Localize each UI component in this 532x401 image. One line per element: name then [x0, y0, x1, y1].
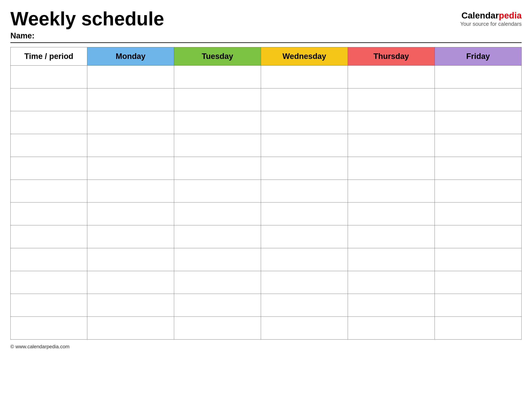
schedule-cell[interactable]: [261, 66, 348, 88]
col-header-wednesday: Wednesday: [261, 47, 348, 66]
page-title: Weekly schedule: [10, 8, 460, 29]
schedule-cell[interactable]: [87, 203, 174, 225]
table-row: [11, 248, 522, 271]
schedule-cell[interactable]: [261, 225, 348, 248]
schedule-cell[interactable]: [348, 225, 435, 248]
schedule-cell[interactable]: [348, 88, 435, 111]
schedule-cell[interactable]: [87, 180, 174, 203]
schedule-cell[interactable]: [261, 111, 348, 134]
schedule-cell[interactable]: [435, 180, 521, 203]
footer: © www.calendarpedia.com: [10, 344, 522, 350]
schedule-cell[interactable]: [348, 248, 435, 271]
table-row: [11, 88, 522, 111]
table-row: [11, 157, 522, 180]
schedule-cell[interactable]: [87, 225, 174, 248]
schedule-cell[interactable]: [261, 271, 348, 294]
schedule-cell[interactable]: [174, 225, 261, 248]
schedule-cell[interactable]: [435, 203, 521, 225]
col-header-thursday: Thursday: [348, 47, 435, 66]
logo-tagline: Your source for calendars: [460, 21, 522, 27]
schedule-cell[interactable]: [174, 66, 261, 88]
logo-area: Calendarpedia Your source for calendars: [460, 8, 522, 27]
schedule-cell[interactable]: [87, 248, 174, 271]
schedule-cell[interactable]: [348, 271, 435, 294]
table-row: [11, 294, 522, 317]
schedule-cell[interactable]: [87, 111, 174, 134]
schedule-cell[interactable]: [261, 88, 348, 111]
schedule-cell[interactable]: [348, 294, 435, 317]
schedule-cell[interactable]: [348, 66, 435, 88]
time-cell[interactable]: [11, 248, 87, 271]
schedule-cell[interactable]: [174, 271, 261, 294]
col-header-tuesday: Tuesday: [174, 47, 261, 66]
schedule-cell[interactable]: [87, 271, 174, 294]
schedule-cell[interactable]: [174, 248, 261, 271]
time-cell[interactable]: [11, 134, 87, 157]
time-cell[interactable]: [11, 111, 87, 134]
schedule-cell[interactable]: [174, 317, 261, 339]
schedule-cell[interactable]: [261, 294, 348, 317]
schedule-body: [11, 66, 522, 339]
schedule-cell[interactable]: [261, 180, 348, 203]
table-row: [11, 203, 522, 225]
time-cell[interactable]: [11, 66, 87, 88]
schedule-cell[interactable]: [174, 294, 261, 317]
schedule-cell[interactable]: [261, 248, 348, 271]
time-cell[interactable]: [11, 180, 87, 203]
schedule-table: Time / period Monday Tuesday Wednesday T…: [10, 47, 522, 339]
page-header: Weekly schedule Name: Calendarpedia Your…: [10, 8, 522, 40]
schedule-cell[interactable]: [348, 180, 435, 203]
schedule-cell[interactable]: [174, 111, 261, 134]
schedule-cell[interactable]: [348, 111, 435, 134]
schedule-cell[interactable]: [435, 111, 521, 134]
logo-calendar-text: Calendar: [462, 11, 499, 20]
col-header-monday: Monday: [87, 47, 174, 66]
logo: Calendarpedia Your source for calendars: [460, 10, 522, 27]
top-divider: [10, 42, 522, 43]
time-cell[interactable]: [11, 203, 87, 225]
table-row: [11, 317, 522, 339]
schedule-cell[interactable]: [435, 294, 521, 317]
schedule-cell[interactable]: [174, 88, 261, 111]
schedule-cell[interactable]: [174, 134, 261, 157]
table-row: [11, 180, 522, 203]
time-cell[interactable]: [11, 225, 87, 248]
schedule-cell[interactable]: [348, 317, 435, 339]
schedule-cell[interactable]: [87, 294, 174, 317]
schedule-cell[interactable]: [435, 271, 521, 294]
table-row: [11, 66, 522, 88]
schedule-cell[interactable]: [435, 134, 521, 157]
schedule-cell[interactable]: [435, 88, 521, 111]
table-row: [11, 225, 522, 248]
schedule-cell[interactable]: [261, 157, 348, 180]
time-cell[interactable]: [11, 317, 87, 339]
schedule-cell[interactable]: [87, 66, 174, 88]
schedule-cell[interactable]: [87, 157, 174, 180]
schedule-cell[interactable]: [261, 203, 348, 225]
time-cell[interactable]: [11, 294, 87, 317]
schedule-cell[interactable]: [435, 317, 521, 339]
table-header-row: Time / period Monday Tuesday Wednesday T…: [11, 47, 522, 66]
schedule-cell[interactable]: [435, 225, 521, 248]
schedule-cell[interactable]: [348, 203, 435, 225]
schedule-cell[interactable]: [87, 134, 174, 157]
schedule-cell[interactable]: [348, 157, 435, 180]
schedule-cell[interactable]: [435, 157, 521, 180]
schedule-cell[interactable]: [348, 134, 435, 157]
time-cell[interactable]: [11, 88, 87, 111]
logo-pedia-text: pedia: [499, 11, 522, 20]
schedule-cell[interactable]: [174, 157, 261, 180]
time-cell[interactable]: [11, 271, 87, 294]
schedule-cell[interactable]: [174, 203, 261, 225]
table-row: [11, 111, 522, 134]
table-row: [11, 271, 522, 294]
schedule-cell[interactable]: [87, 317, 174, 339]
schedule-cell[interactable]: [261, 317, 348, 339]
schedule-cell[interactable]: [174, 180, 261, 203]
schedule-cell[interactable]: [435, 248, 521, 271]
schedule-cell[interactable]: [435, 66, 521, 88]
schedule-cell[interactable]: [261, 134, 348, 157]
name-label: Name:: [10, 31, 460, 40]
schedule-cell[interactable]: [87, 88, 174, 111]
time-cell[interactable]: [11, 157, 87, 180]
